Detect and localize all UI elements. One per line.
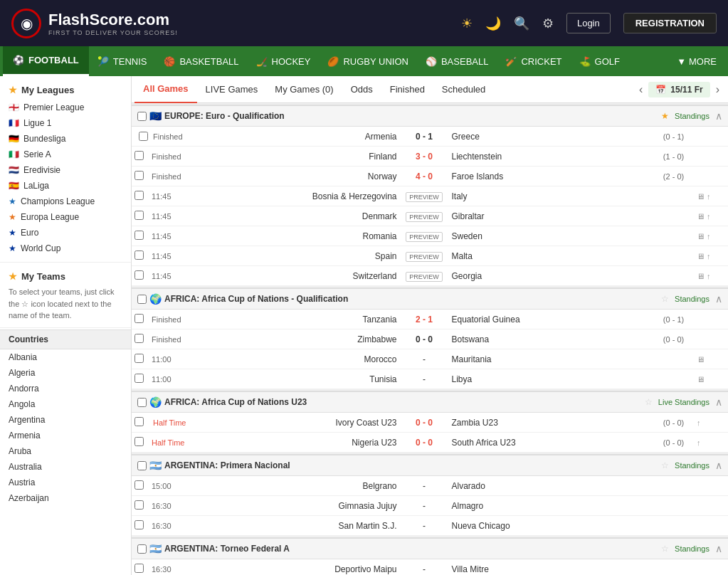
sidebar-item-serie-a[interactable]: 🇮🇹 Serie A: [0, 147, 131, 162]
tab-odds[interactable]: Odds: [342, 76, 381, 103]
nav-item-golf[interactable]: ⛳ GOLF: [571, 46, 628, 76]
match-cb[interactable]: [134, 480, 144, 490]
notification-icon[interactable]: ↑: [707, 192, 711, 201]
notification-icon[interactable]: ↑: [707, 232, 711, 241]
nav-item-basketball[interactable]: 🏀 BASKETBALL: [155, 46, 247, 76]
nav-item-baseball[interactable]: ⚾ BASEBALL: [417, 46, 497, 76]
country-algeria[interactable]: Algeria: [0, 365, 131, 381]
live-standings-link-afcon-u23[interactable]: Live Standings: [658, 398, 709, 406]
sidebar-item-bundesliga[interactable]: 🇩🇪 Bundesliga: [0, 131, 131, 147]
match-cb[interactable]: [134, 270, 144, 280]
tab-all-games[interactable]: All Games: [134, 76, 197, 103]
country-austria[interactable]: Austria: [0, 475, 131, 490]
match-cb[interactable]: [134, 191, 144, 200]
nav-item-rugby[interactable]: 🏉 RUGBY UNION: [319, 46, 417, 76]
nav-item-cricket[interactable]: 🏏 CRICKET: [497, 46, 570, 76]
notification-icon[interactable]: ↑: [707, 272, 711, 280]
prev-date-button[interactable]: ‹: [633, 82, 648, 97]
match-cb[interactable]: [134, 417, 144, 426]
collapse-icon-federal[interactable]: ∧: [715, 543, 722, 554]
country-aruba[interactable]: Aruba: [0, 443, 131, 459]
match-cb[interactable]: [134, 437, 144, 446]
match-cb[interactable]: [134, 500, 144, 510]
login-button[interactable]: Login: [566, 13, 611, 33]
sidebar-item-champions-league[interactable]: ★ Champions League: [0, 194, 131, 209]
league-checkbox-afcon-u23[interactable]: [137, 398, 147, 407]
match-cb[interactable]: [134, 314, 144, 323]
country-angola[interactable]: Angola: [0, 396, 131, 412]
sidebar-item-euro[interactable]: ★ Euro: [0, 225, 131, 241]
match-cb[interactable]: [134, 231, 144, 240]
country-azerbaijan[interactable]: Azerbaijan: [0, 490, 131, 506]
league-star-icon-primera[interactable]: ☆: [661, 460, 669, 470]
league-header-federal-a: 🇦🇷 ARGENTINA: Torneo Federal A ☆ Standin…: [132, 537, 728, 559]
match-row: Finished Norway 4 - 0 Faroe Islands (2 -…: [132, 167, 728, 186]
match-cb[interactable]: [134, 354, 144, 363]
search-icon[interactable]: 🔍: [514, 16, 529, 31]
nav-item-more[interactable]: ▼ MORE: [668, 46, 725, 76]
tv-icon[interactable]: 🖥: [697, 192, 705, 201]
dark-mode-icon[interactable]: 🌙: [485, 16, 501, 31]
notification-icon[interactable]: ↑: [707, 252, 711, 260]
tv-icon[interactable]: 🖥: [697, 232, 705, 241]
sidebar-item-laliga[interactable]: 🇪🇸 LaLiga: [0, 178, 131, 194]
tv-icon[interactable]: 🖥: [697, 272, 705, 280]
league-checkbox-euro-qual[interactable]: [137, 112, 147, 121]
tv-icon[interactable]: 🖥: [697, 375, 705, 384]
collapse-icon-primera[interactable]: ∧: [715, 460, 722, 471]
match-cb[interactable]: [134, 250, 144, 260]
match-cb[interactable]: [134, 564, 144, 573]
fixtures-list: 🇪🇺 EUROPE: Euro - Qualification ★ Standi…: [132, 105, 728, 575]
standings-link-euro[interactable]: Standings: [675, 112, 709, 120]
tab-live-games[interactable]: LIVE Games: [197, 76, 267, 103]
match-cb[interactable]: [134, 211, 144, 220]
league-star-icon-euro[interactable]: ★: [661, 111, 669, 121]
match-cb[interactable]: [134, 171, 144, 180]
tv-icon[interactable]: 🖥: [697, 212, 705, 221]
notification-icon[interactable]: ↑: [707, 212, 711, 221]
standings-link-afcon[interactable]: Standings: [675, 295, 709, 303]
league-name-primera: ARGENTINA: Primera Nacional: [164, 460, 661, 470]
country-armenia[interactable]: Armenia: [0, 428, 131, 443]
sidebar-item-premier-league[interactable]: 🏴󠁧󠁢󠁥󠁮󠁧󠁿 Premier League: [0, 100, 131, 115]
league-star-icon-federal[interactable]: ☆: [661, 544, 669, 554]
country-andorra[interactable]: Andorra: [0, 381, 131, 396]
league-checkbox-federal[interactable]: [137, 544, 147, 554]
notification-icon[interactable]: ↑: [697, 418, 701, 427]
nav-item-hockey[interactable]: 🏒 HOCKEY: [248, 46, 320, 76]
match-cb[interactable]: [134, 151, 144, 160]
register-button[interactable]: REGISTRATION: [623, 13, 717, 33]
collapse-icon-euro[interactable]: ∧: [715, 110, 722, 122]
sidebar-item-world-cup[interactable]: ★ World Cup: [0, 241, 131, 256]
match-cb[interactable]: [134, 520, 144, 529]
sidebar-item-europa-league[interactable]: ★ Europa League: [0, 209, 131, 225]
nav-item-tennis[interactable]: 🎾 TENNIS: [89, 46, 156, 76]
standings-link-federal[interactable]: Standings: [675, 544, 709, 553]
tv-icon[interactable]: 🖥: [697, 252, 705, 260]
settings-icon[interactable]: ⚙: [542, 16, 554, 31]
country-albania[interactable]: Albania: [0, 349, 131, 365]
sidebar-item-ligue1[interactable]: 🇫🇷 Ligue 1: [0, 115, 131, 131]
collapse-icon-afcon-u23[interactable]: ∧: [715, 396, 722, 408]
match-row: 11:00 Tunisia - Libya 🖥: [132, 369, 728, 389]
league-star-icon-afcon-u23[interactable]: ☆: [645, 397, 653, 407]
tab-scheduled[interactable]: Scheduled: [433, 76, 494, 103]
nav-item-football[interactable]: ⚽ FOOTBALL: [3, 46, 89, 76]
match-cb[interactable]: [134, 374, 144, 383]
collapse-icon-afcon[interactable]: ∧: [715, 293, 722, 305]
sidebar-item-eredivisie[interactable]: 🇳🇱 Eredivisie: [0, 162, 131, 178]
league-checkbox-primera[interactable]: [137, 461, 147, 470]
tv-icon[interactable]: 🖥: [697, 355, 705, 364]
tab-my-games[interactable]: My Games (0): [266, 76, 342, 103]
standings-link-primera[interactable]: Standings: [675, 461, 709, 470]
match-cb[interactable]: [139, 132, 148, 141]
league-checkbox-afcon[interactable]: [137, 295, 147, 304]
match-cb[interactable]: [134, 334, 144, 343]
country-australia[interactable]: Australia: [0, 459, 131, 475]
light-mode-icon[interactable]: ☀: [461, 16, 473, 31]
country-argentina[interactable]: Argentina: [0, 412, 131, 428]
tab-finished[interactable]: Finished: [381, 76, 433, 103]
league-star-icon-afcon[interactable]: ☆: [661, 294, 669, 304]
notification-icon[interactable]: ↑: [697, 438, 701, 447]
next-date-button[interactable]: ›: [710, 82, 725, 97]
